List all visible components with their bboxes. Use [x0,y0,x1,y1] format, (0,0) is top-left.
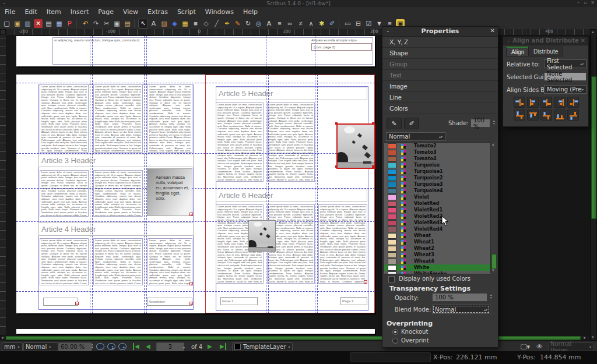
cut-icon[interactable]: ✂ [102,19,111,28]
measurements-icon[interactable]: ∧ [307,19,315,28]
first-page-button[interactable]: ◀ [133,343,139,350]
opacity-input[interactable]: 100 % [432,293,487,302]
layer-select[interactable]: TemplateLayer▾ [232,342,293,351]
page-number-input[interactable]: 3 [156,342,184,351]
menu-item[interactable]: Item [42,7,66,17]
zoom-in-icon[interactable]: + [118,343,127,350]
Turquoise1[interactable]: Turquoise1 [384,168,491,175]
text-frame[interactable]: Lorem ipsum dolor sit amet, consectetuer… [267,103,315,182]
separator[interactable] [76,19,79,28]
align-right-button[interactable] [554,97,566,108]
VioletRed3[interactable]: VioletRed3 [384,220,491,226]
relative-to-select[interactable]: First Selected▴▾ [544,59,587,68]
quality-select[interactable]: Normal▾ [23,342,58,351]
edit-fill-color-button[interactable]: ✐ [404,118,419,129]
zoom-100-icon[interactable]: 1 [107,343,115,350]
kite-image-frame-small[interactable] [248,220,276,252]
menu-item[interactable]: Windows [201,7,238,17]
text-frame[interactable]: Lorem ipsum dolor sit amet, consectetuer… [40,84,89,153]
close-file-icon[interactable]: ✕ [34,19,43,28]
insert-line-icon[interactable]: ╱ [212,19,221,28]
insert-render-frame-icon[interactable]: ◆ [170,19,179,28]
menu-item[interactable]: Insert [66,7,94,17]
VioletRed2[interactable]: VioletRed2 [384,213,491,220]
properties-section-button[interactable]: Text [382,70,498,81]
Tomato4[interactable]: Tomato4 [384,156,491,162]
vertical-scrollbar[interactable]: ▴ ▾ [590,29,596,341]
insert-bezier-icon[interactable]: ✒ [223,19,231,28]
Wheat1[interactable]: Wheat1 [384,239,491,245]
close-icon[interactable]: ✕ [591,0,595,5]
align-panel-titlebar[interactable]: ⌄ Align and Distribute ✕ [503,37,588,45]
page-spread-next[interactable] [16,329,375,334]
select-item-icon[interactable]: ↖ [139,19,148,28]
gradient-mode-select[interactable]: Normal▴▾ [386,132,445,141]
pdf-text-field-icon[interactable]: ⊟ [354,19,363,28]
insert-freehand-icon[interactable]: ✎ [233,19,242,28]
insert-shape-icon[interactable]: ■ [191,19,200,28]
text-frame[interactable]: Lorem ipsum dolor sit amet, consectetuer… [318,204,367,284]
align-left-button[interactable] [527,97,539,108]
align-center-horizontal-button[interactable] [540,97,552,108]
properties-section-button[interactable]: Colors [382,103,498,114]
insert-image-frame-icon[interactable]: ▨ [160,19,168,28]
menu-item[interactable]: Edit [20,7,41,17]
display-only-used-checkbox[interactable] [388,276,395,282]
redo-icon[interactable]: ↷ [92,19,100,28]
menu-item[interactable]: Page [93,7,118,17]
save-file-icon[interactable]: ▥ [23,19,32,28]
zoom-spinner[interactable]: ▴▾ [92,343,93,349]
VioletRed1[interactable]: VioletRed1 [384,207,491,213]
text-frame[interactable]: Lorem ipsum dolor sit amet, consectetuer… [40,238,89,285]
pdf-push-button-icon[interactable]: ▭ [343,19,352,28]
text-frame[interactable]: Lorem ipsum dolor sit amet, consectetuer… [93,170,143,217]
blend-mode-select[interactable]: Normal▴▾ [432,305,490,314]
edit-line-color-button[interactable]: ✎ [387,118,402,129]
insert-table-icon[interactable]: ▦ [181,19,189,28]
White[interactable]: White [384,264,491,271]
tab-distribute[interactable]: Distribute [528,47,563,56]
shade-spinner[interactable]: ▴▾ [493,119,495,125]
footer-frame-empty[interactable] [43,298,78,306]
paste-icon[interactable]: ▤ [123,19,132,28]
properties-section-button[interactable]: X, Y, Z [382,37,498,48]
align-left-out-button[interactable] [514,97,525,108]
unlink-text-frames-icon[interactable]: ≠ [296,19,305,28]
Wheat2[interactable]: Wheat2 [384,245,491,252]
text-frame[interactable]: Lorem ipsum dolor sit amet, consectetuer… [93,238,143,285]
rotate-item-icon[interactable]: ↻ [244,19,252,28]
separator[interactable] [134,19,136,28]
export-pdf-icon[interactable]: P [65,19,74,28]
knockout-radio[interactable] [392,329,398,335]
insert-text-frame-icon[interactable]: A [149,19,158,28]
color-list[interactable]: Tomato2 Tomato3 Tomato4 Turqu [384,142,491,274]
minimize-icon[interactable]: – [577,0,580,5]
Wheat[interactable]: Wheat [384,232,491,239]
page-dropdown-icon[interactable]: ▾ [183,345,185,349]
align-right-out-button[interactable] [567,97,579,108]
footer-frame-issue[interactable]: Issue 1 [220,297,258,305]
separator[interactable] [339,19,341,28]
text-frame[interactable]: Lorem ipsum dolor sit amet, consectetuer… [148,84,192,153]
edit-contents-icon[interactable]: A [265,19,273,28]
Tomato3[interactable]: Tomato3 [384,149,491,156]
text-frame[interactable]: Lorem ipsum dolor sit amet, consectetuer… [216,103,264,182]
panel-close-icon[interactable]: ✕ [490,27,495,34]
article-5-header-frame[interactable]: Article 5 Header [216,87,367,100]
menu-item[interactable]: Script [173,7,201,17]
opacity-spinner[interactable]: ▴▾ [490,294,492,299]
footer-frame-newsletter[interactable]: Newsletter [147,298,192,306]
Tomato2[interactable]: Tomato2 [384,143,491,149]
zoom-out-icon[interactable]: – [96,343,104,350]
vertical-scrollbar-thumb[interactable] [591,76,596,219]
undo-icon[interactable]: ↶ [81,19,90,28]
new-document-icon[interactable]: ▢ [2,19,11,28]
align-center-vertical-button[interactable] [540,109,552,121]
Turquoise2[interactable]: Turquoise2 [384,175,491,181]
text-frame[interactable]: ur adipiscing, mauris non dictum, tristi… [52,37,373,65]
text-frame[interactable]: Lorem ipsum dolor sit amet, consectetuer… [148,238,192,285]
insert-polygon-icon[interactable]: ◇ [202,19,210,28]
next-page-button[interactable]: ▶ [208,343,212,350]
menu-item[interactable]: Extras [143,7,173,17]
Turquoise4[interactable]: Turquoise4 [384,188,491,194]
